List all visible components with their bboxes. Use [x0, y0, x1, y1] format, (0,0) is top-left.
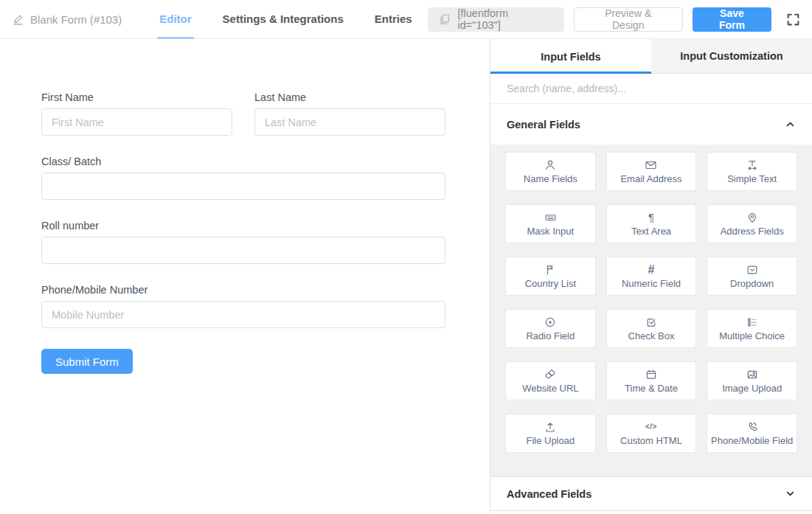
- field-label: Phone/Mobile Number: [41, 284, 445, 296]
- field-card-label: Phone/Mobile Field: [711, 435, 793, 446]
- field-card-label: Numeric Field: [622, 278, 681, 289]
- field-label: Class/ Batch: [41, 156, 445, 167]
- form-title-label: Blank Form (#103): [30, 13, 122, 26]
- search-input[interactable]: [490, 83, 812, 94]
- link-icon: [544, 368, 557, 381]
- field-card-radio-field[interactable]: Radio Field: [505, 309, 596, 348]
- topbar: Blank Form (#103) Editor Settings & Inte…: [0, 0, 812, 39]
- form-editor-canvas: First Name Last Name Class/ Batch Roll n…: [0, 39, 490, 514]
- field-card-dropdown[interactable]: Dropdown: [707, 257, 797, 296]
- field-card-text-area[interactable]: ¶ Text Area: [606, 204, 697, 243]
- form-field-last-name[interactable]: Last Name: [254, 91, 445, 136]
- field-label: Last Name: [254, 91, 445, 103]
- tab-settings-integrations[interactable]: Settings & Integrations: [207, 0, 359, 39]
- shortcode-text: [fluentform id="103"]: [458, 7, 554, 31]
- field-card-mask-input[interactable]: Mask Input: [505, 204, 596, 243]
- field-card-label: Custom HTML: [620, 435, 682, 446]
- last-name-input[interactable]: [254, 108, 445, 136]
- tab-input-customization[interactable]: Input Customization: [651, 39, 812, 74]
- code-icon: </>: [645, 420, 657, 434]
- field-card-website-url[interactable]: Website URL: [505, 361, 596, 400]
- class-batch-input[interactable]: [41, 173, 445, 200]
- field-card-country-list[interactable]: Country List: [505, 257, 596, 296]
- sidebar-tabs: Input Fields Input Customization: [490, 39, 812, 74]
- field-card-numeric-field[interactable]: # Numeric Field: [606, 257, 697, 296]
- text-width-icon: [746, 159, 759, 172]
- fullscreen-button[interactable]: [784, 10, 802, 28]
- preview-design-button[interactable]: Preview & Design: [574, 7, 683, 32]
- tab-entries[interactable]: Entries: [359, 0, 428, 39]
- field-card-custom-html[interactable]: </> Custom HTML: [606, 414, 697, 453]
- field-card-label: Image Upload: [722, 383, 782, 394]
- form-title[interactable]: Blank Form (#103): [12, 13, 122, 26]
- field-card-address-fields[interactable]: Address Fields: [707, 204, 797, 243]
- field-card-label: Dropdown: [730, 278, 774, 289]
- field-card-label: Website URL: [522, 383, 578, 394]
- field-label: Roll number: [41, 220, 445, 232]
- phone-input[interactable]: [41, 301, 445, 328]
- field-card-phone-mobile-field[interactable]: Phone/Mobile Field: [707, 414, 797, 453]
- shortcode-copy[interactable]: [fluentform id="103"]: [428, 7, 564, 32]
- field-card-label: Address Fields: [721, 226, 784, 237]
- chevron-up-icon: [785, 119, 796, 130]
- field-card-simple-text[interactable]: Simple Text: [707, 152, 797, 191]
- field-card-label: File Upload: [526, 435, 575, 446]
- checkbox-icon: [645, 316, 658, 329]
- field-label: First Name: [41, 91, 232, 103]
- submit-form-button[interactable]: Submit Form: [41, 349, 133, 374]
- section-title: General Fields: [507, 119, 580, 131]
- field-card-file-upload[interactable]: File Upload: [505, 414, 596, 453]
- topbar-tabs: Editor Settings & Integrations Entries: [144, 0, 427, 39]
- pencil-icon: [12, 13, 24, 26]
- field-card-name-fields[interactable]: Name Fields: [505, 152, 596, 191]
- field-card-time-date[interactable]: Time & Date: [606, 361, 697, 400]
- dropdown-icon: [746, 263, 759, 277]
- field-card-check-box[interactable]: Check Box: [606, 309, 697, 348]
- tab-editor[interactable]: Editor: [144, 0, 207, 39]
- calendar-icon: [645, 368, 658, 381]
- phone-icon: [746, 420, 759, 434]
- roll-number-input[interactable]: [41, 237, 445, 264]
- field-card-label: Name Fields: [524, 173, 577, 184]
- field-card-label: Text Area: [631, 226, 671, 237]
- hash-icon: #: [648, 263, 655, 277]
- form-field-phone[interactable]: Phone/Mobile Number: [41, 284, 445, 328]
- field-card-multiple-choice[interactable]: Multiple Choice: [707, 309, 797, 348]
- upload-icon: [544, 420, 557, 434]
- map-marker-icon: [746, 211, 759, 224]
- save-form-button[interactable]: Save Form: [693, 7, 771, 32]
- fullscreen-icon: [785, 12, 801, 27]
- keyboard-icon: [544, 211, 558, 224]
- flag-icon: [544, 263, 557, 277]
- section-header-advanced-fields[interactable]: Advanced Fields: [490, 476, 812, 511]
- field-card-label: Email Address: [620, 173, 681, 184]
- field-card-label: Radio Field: [526, 330, 575, 341]
- chevron-down-icon: [785, 488, 796, 499]
- user-icon: [544, 159, 557, 172]
- general-fields-grid: Name Fields Email Address Simple Text Ma…: [490, 145, 812, 476]
- sidebar-search: [490, 74, 812, 104]
- field-card-label: Multiple Choice: [719, 330, 785, 341]
- first-name-input[interactable]: [41, 108, 232, 136]
- field-card-label: Country List: [525, 278, 576, 289]
- field-card-label: Check Box: [628, 330, 675, 341]
- pilcrow-icon: ¶: [648, 211, 654, 224]
- topbar-actions: [fluentform id="103"] Preview & Design S…: [428, 7, 802, 32]
- form-field-class-batch[interactable]: Class/ Batch: [41, 156, 445, 200]
- field-card-label: Time & Date: [625, 383, 678, 394]
- copy-icon: [438, 13, 451, 26]
- form-field-first-name[interactable]: First Name: [41, 91, 232, 136]
- envelope-icon: [644, 159, 658, 172]
- sidebar: Input Fields Input Customization General…: [490, 39, 812, 514]
- radio-icon: [544, 316, 557, 329]
- field-card-label: Mask Input: [527, 226, 575, 237]
- multiple-choice-icon: [746, 316, 759, 329]
- section-header-general-fields[interactable]: General Fields: [490, 104, 812, 145]
- image-icon: [746, 368, 759, 381]
- tab-input-fields[interactable]: Input Fields: [490, 39, 651, 74]
- field-card-email-address[interactable]: Email Address: [606, 152, 697, 191]
- field-card-label: Simple Text: [727, 173, 777, 184]
- field-card-image-upload[interactable]: Image Upload: [707, 361, 797, 400]
- form-field-roll-number[interactable]: Roll number: [41, 220, 445, 264]
- section-title: Advanced Fields: [507, 488, 591, 500]
